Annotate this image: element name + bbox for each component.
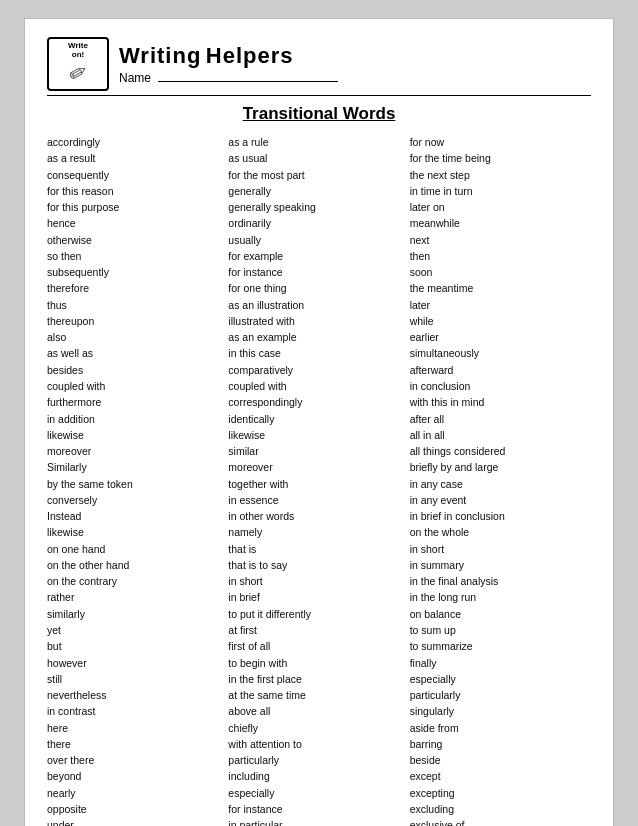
list-item: nevertheless <box>47 687 228 703</box>
list-item: furthermore <box>47 394 228 410</box>
list-item: over there <box>47 752 228 768</box>
list-item: for instance <box>228 264 409 280</box>
name-line: Name <box>119 71 338 85</box>
list-item: illustrated with <box>228 313 409 329</box>
list-item: for the most part <box>228 167 409 183</box>
list-item: at the same time <box>228 687 409 703</box>
list-item: with this in mind <box>410 394 591 410</box>
column-2: as a ruleas usualfor the most partgenera… <box>228 134 409 826</box>
page: Write on! ✏ Writing Helpers Name Transit… <box>24 18 614 826</box>
list-item: rather <box>47 589 228 605</box>
list-item: as well as <box>47 345 228 361</box>
list-item: subsequently <box>47 264 228 280</box>
list-item: identically <box>228 411 409 427</box>
list-item: as a result <box>47 150 228 166</box>
name-label: Name <box>119 71 151 85</box>
list-item: Instead <box>47 508 228 524</box>
list-item: soon <box>410 264 591 280</box>
list-item: but <box>47 638 228 654</box>
list-item: in conclusion <box>410 378 591 394</box>
list-item: earlier <box>410 329 591 345</box>
list-item: next <box>410 232 591 248</box>
list-item: in this case <box>228 345 409 361</box>
list-item: for now <box>410 134 591 150</box>
list-item: in short <box>410 541 591 557</box>
list-item: then <box>410 248 591 264</box>
list-item: meanwhile <box>410 215 591 231</box>
list-item: including <box>228 768 409 784</box>
list-item: first of all <box>228 638 409 654</box>
writing-label: Writing <box>119 43 201 68</box>
list-item: there <box>47 736 228 752</box>
list-item: hence <box>47 215 228 231</box>
list-item: briefly by and large <box>410 459 591 475</box>
list-item: all in all <box>410 427 591 443</box>
list-item: together with <box>228 476 409 492</box>
column-3: for nowfor the time beingthe next stepin… <box>410 134 591 826</box>
list-item: under <box>47 817 228 826</box>
list-item: yet <box>47 622 228 638</box>
list-item: except <box>410 768 591 784</box>
list-item: excluding <box>410 801 591 817</box>
list-item: for example <box>228 248 409 264</box>
list-item: beyond <box>47 768 228 784</box>
list-item: opposite <box>47 801 228 817</box>
list-item: coupled with <box>47 378 228 394</box>
name-underline <box>158 81 338 82</box>
list-item: likewise <box>47 427 228 443</box>
list-item: usually <box>228 232 409 248</box>
list-item: especially <box>228 785 409 801</box>
list-item: generally speaking <box>228 199 409 215</box>
list-item: for instance <box>228 801 409 817</box>
list-item: that is <box>228 541 409 557</box>
list-item: moreover <box>47 443 228 459</box>
list-item: likewise <box>228 427 409 443</box>
list-item: by the same token <box>47 476 228 492</box>
list-item: in any event <box>410 492 591 508</box>
list-item: while <box>410 313 591 329</box>
list-item: moreover <box>228 459 409 475</box>
list-item: similarly <box>47 606 228 622</box>
list-item: Similarly <box>47 459 228 475</box>
list-item: in time in turn <box>410 183 591 199</box>
list-item: coupled with <box>228 378 409 394</box>
list-item: namely <box>228 524 409 540</box>
list-item: in brief in conclusion <box>410 508 591 524</box>
list-item: on the contrary <box>47 573 228 589</box>
list-item: later on <box>410 199 591 215</box>
list-item: otherwise <box>47 232 228 248</box>
list-item: particularly <box>410 687 591 703</box>
list-item: with attention to <box>228 736 409 752</box>
header-title-text: Writing Helpers <box>119 43 338 69</box>
list-item: particularly <box>228 752 409 768</box>
list-item: nearly <box>47 785 228 801</box>
list-item: chiefly <box>228 720 409 736</box>
list-item: as an illustration <box>228 297 409 313</box>
list-item: consequently <box>47 167 228 183</box>
list-item: for this reason <box>47 183 228 199</box>
list-item: ordinarily <box>228 215 409 231</box>
list-item: on the other hand <box>47 557 228 573</box>
list-item: aside from <box>410 720 591 736</box>
column-1: accordinglyas a resultconsequentlyfor th… <box>47 134 228 826</box>
list-item: similar <box>228 443 409 459</box>
list-item: in essence <box>228 492 409 508</box>
list-item: after all <box>410 411 591 427</box>
list-item: generally <box>228 183 409 199</box>
list-item: barring <box>410 736 591 752</box>
list-item: in the first place <box>228 671 409 687</box>
list-item: in particular <box>228 817 409 826</box>
section-title: Transitional Words <box>47 104 591 124</box>
list-item: in brief <box>228 589 409 605</box>
list-item: the meantime <box>410 280 591 296</box>
helpers-label: Helpers <box>206 43 294 68</box>
list-item: in the long run <box>410 589 591 605</box>
list-item: besides <box>47 362 228 378</box>
list-item: in contrast <box>47 703 228 719</box>
list-item: for this purpose <box>47 199 228 215</box>
list-item: accordingly <box>47 134 228 150</box>
header: Write on! ✏ Writing Helpers Name <box>47 37 591 96</box>
list-item: to put it differently <box>228 606 409 622</box>
list-item: thereupon <box>47 313 228 329</box>
list-item: that is to say <box>228 557 409 573</box>
